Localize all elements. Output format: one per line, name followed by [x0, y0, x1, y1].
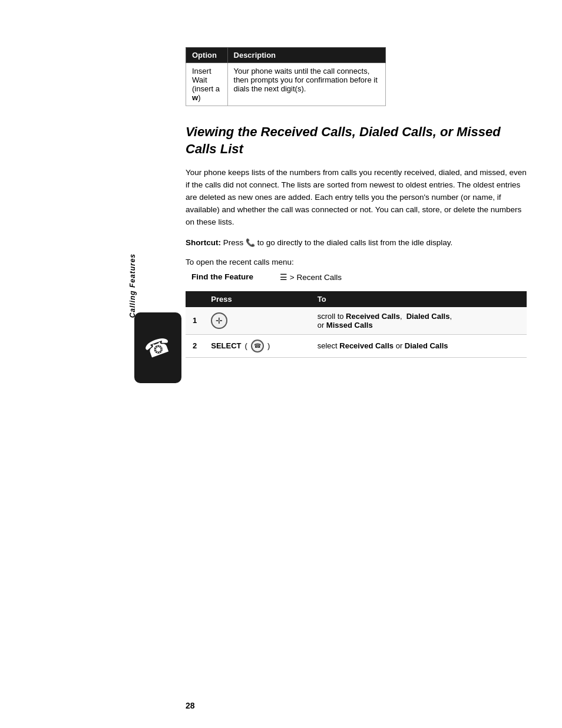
find-feature-label: Find the Feature — [191, 272, 268, 281]
step-to-1: scroll to Received Calls, Dialed Calls,o… — [310, 307, 527, 335]
open-menu-text: To open the recent calls menu: — [186, 258, 527, 266]
table-row: Insert Wait(insert a w) Your phone waits… — [186, 63, 386, 106]
select-close-paren: ) — [267, 341, 270, 350]
page-number: 28 — [186, 701, 195, 710]
step-num-2: 2 — [186, 334, 204, 357]
description-col-header: Description — [227, 48, 385, 63]
missed-calls-label: Missed Calls — [326, 321, 373, 330]
shortcut-label: Shortcut: — [186, 238, 221, 247]
find-feature-row: Find the Feature ☰ > Recent Calls — [186, 272, 527, 282]
option-cell: Insert Wait(insert a w) — [186, 63, 228, 106]
phone-icon: ☎ — [141, 332, 175, 364]
step-num-1: 1 — [186, 307, 204, 335]
to-plain-2: select — [318, 341, 340, 350]
press-col-header: Press — [204, 291, 310, 307]
press-cell-2: SELECT ( ☎ ) — [211, 340, 303, 353]
sep3: or — [394, 341, 405, 350]
sep1: , — [400, 312, 406, 321]
received-calls-label: Received Calls — [346, 312, 400, 321]
sidebar-label: Calling Features — [128, 253, 137, 318]
select-icon: ☎ — [251, 340, 264, 353]
dialed-calls-label: Dialed Calls — [406, 312, 450, 321]
section-title: Viewing the Received Calls, Dialed Calls… — [186, 124, 527, 157]
phone-shortcut-icon: 📞 — [246, 237, 255, 249]
step-to-2: select Received Calls or Dialed Calls — [310, 334, 527, 357]
main-content: Option Description Insert Wait(insert a … — [186, 47, 527, 358]
phone-icon-box: ☎ — [134, 312, 181, 383]
select-received-calls: Received Calls — [339, 341, 394, 350]
select-dialed-calls: Dialed Calls — [405, 341, 448, 350]
find-feature-value: ☰ > Recent Calls — [280, 272, 342, 282]
to-col-header: To — [310, 291, 527, 307]
select-label: SELECT — [211, 341, 241, 350]
select-paren: ( — [245, 341, 247, 350]
option-col-header: Option — [186, 48, 228, 63]
step-press-2: SELECT ( ☎ ) — [204, 334, 310, 357]
description-cell: Your phone waits until the call connects… — [227, 63, 385, 106]
steps-table: Press To 1 ✛ scroll to Received Calls, D… — [186, 291, 527, 358]
step-press-1: ✛ — [204, 307, 310, 335]
shortcut-line: Shortcut: Press 📞 to go directly to the … — [186, 237, 527, 249]
options-table: Option Description Insert Wait(insert a … — [186, 47, 386, 106]
step-row-1: 1 ✛ scroll to Received Calls, Dialed Cal… — [186, 307, 527, 335]
shortcut-body: Press 📞 to go directly to the dialed cal… — [223, 238, 452, 247]
num-col-header — [186, 291, 204, 307]
page-container: Calling Features ☎ Option Description In… — [0, 0, 562, 728]
press-cell-1: ✛ — [211, 312, 303, 329]
to-plain-1: scroll to — [318, 312, 346, 321]
nav-icon: ✛ — [211, 312, 227, 329]
body-paragraph: Your phone keeps lists of the numbers fr… — [186, 167, 527, 229]
step-row-2: 2 SELECT ( ☎ ) select Received Calls or … — [186, 334, 527, 357]
